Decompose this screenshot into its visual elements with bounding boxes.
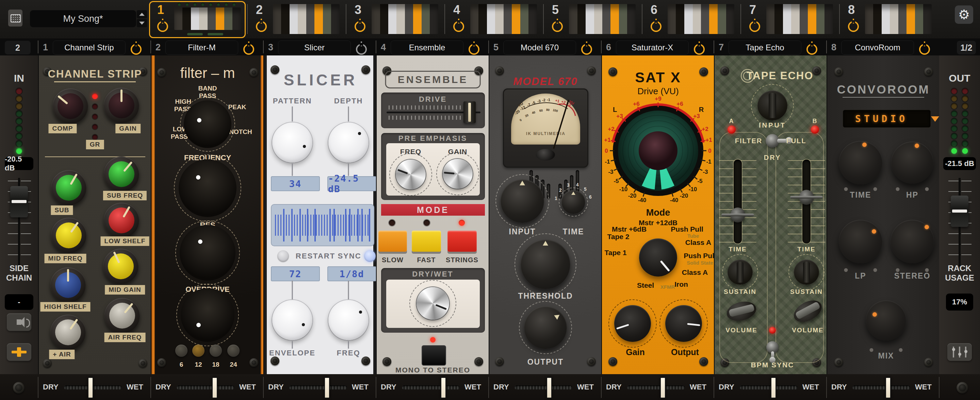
- preset-slot-7[interactable]: 7: [745, 0, 844, 38]
- high-shelf-knob[interactable]: [50, 267, 86, 303]
- depth-knob[interactable]: [328, 122, 369, 163]
- mid-freq-knob[interactable]: [51, 218, 86, 253]
- sat-gain-knob[interactable]: [614, 305, 651, 342]
- song-title-field[interactable]: My Song*: [30, 10, 136, 27]
- preset-slot-1[interactable]: 1: [153, 0, 252, 38]
- mix-slider-track[interactable]: [514, 386, 572, 389]
- module-name-button-saturator-x[interactable]: Saturator-X: [616, 41, 688, 54]
- power-icon[interactable]: [256, 21, 267, 32]
- slope-12-button[interactable]: [192, 344, 205, 357]
- preset-slot-5[interactable]: 5: [548, 0, 646, 38]
- settings-button[interactable]: ⚙: [955, 5, 973, 24]
- module-name-button-channel-strip[interactable]: Channel Strip: [53, 41, 125, 54]
- song-next-button[interactable]: [137, 19, 147, 27]
- mix-slider-track[interactable]: [289, 386, 347, 389]
- module-power-button[interactable]: [469, 44, 479, 55]
- freq-knob[interactable]: [328, 300, 369, 340]
- low-shelf-knob[interactable]: [104, 203, 139, 238]
- power-icon[interactable]: [749, 21, 760, 32]
- comp-knob[interactable]: [53, 89, 88, 124]
- rack-thumbnail[interactable]: [372, 4, 438, 34]
- time-b-slider-handle[interactable]: [799, 190, 814, 205]
- drive-slider-handle[interactable]: [463, 102, 476, 123]
- module-name-button-convoroom[interactable]: ConvoRoom: [842, 41, 914, 54]
- power-icon[interactable]: [651, 21, 662, 32]
- rack-page-button[interactable]: 1/2: [957, 41, 976, 54]
- res-knob[interactable]: [189, 234, 226, 271]
- mid-gain-knob[interactable]: [103, 249, 138, 284]
- saturation-mode-knob[interactable]: [639, 238, 677, 276]
- module-name-button-filter-m[interactable]: Filter-M: [166, 41, 238, 54]
- slope-24-button[interactable]: [227, 344, 240, 357]
- output-fader-handle[interactable]: [951, 195, 969, 227]
- sustain-a-knob[interactable]: [727, 260, 753, 285]
- rack-thumbnail[interactable]: [174, 8, 241, 30]
- time-knob[interactable]: [562, 190, 585, 214]
- slow-button[interactable]: [379, 231, 407, 252]
- overdrive-knob[interactable]: [190, 297, 225, 333]
- module-name-button-ensemble[interactable]: Ensemble: [391, 41, 463, 54]
- mix-slider-track[interactable]: [627, 386, 685, 389]
- tape-input-knob[interactable]: [757, 90, 788, 121]
- mix-slider-handle[interactable]: [546, 377, 552, 398]
- preset-slot-8[interactable]: 8: [844, 0, 943, 38]
- pattern-knob[interactable]: [272, 122, 312, 163]
- monitor-button[interactable]: [7, 313, 31, 331]
- envelope-knob[interactable]: [272, 300, 312, 340]
- mix-slider-track[interactable]: [740, 386, 798, 389]
- power-icon[interactable]: [552, 21, 563, 32]
- power-icon[interactable]: [355, 21, 366, 32]
- module-power-button[interactable]: [919, 44, 930, 55]
- cr-lp-knob[interactable]: [839, 220, 882, 263]
- rack-thumbnail[interactable]: [273, 4, 340, 34]
- preset-slot-2[interactable]: 2: [252, 0, 350, 38]
- song-prev-button[interactable]: [137, 10, 147, 18]
- output-knob[interactable]: [524, 306, 567, 349]
- preset-slot-4[interactable]: 4: [449, 0, 548, 38]
- filter-mode-knob[interactable]: [192, 108, 223, 140]
- mix-slider-track[interactable]: [177, 386, 234, 389]
- mix-slider-handle[interactable]: [885, 377, 891, 398]
- rack-thumbnail[interactable]: [668, 4, 734, 34]
- power-icon[interactable]: [848, 21, 859, 32]
- ensemble-dry-wet-knob[interactable]: [417, 287, 449, 320]
- sustain-b-knob[interactable]: [794, 260, 819, 285]
- restart-button[interactable]: [277, 250, 289, 262]
- threshold-knob[interactable]: [520, 240, 570, 289]
- time-a-slider-track[interactable]: [733, 160, 742, 244]
- mix-slider-handle[interactable]: [441, 377, 446, 398]
- rack-thumbnail[interactable]: [569, 4, 636, 34]
- slope-18-button[interactable]: [210, 344, 222, 357]
- cr-time-knob[interactable]: [839, 141, 882, 184]
- strings-button[interactable]: [447, 231, 477, 252]
- module-power-button[interactable]: [694, 44, 705, 55]
- input-fader-handle[interactable]: [10, 186, 28, 217]
- mix-slider-track[interactable]: [64, 386, 122, 389]
- module-power-button[interactable]: [356, 44, 367, 55]
- mixer-view-button[interactable]: [947, 343, 972, 361]
- cr-mix-knob[interactable]: [866, 300, 906, 340]
- input-knob[interactable]: [501, 179, 544, 223]
- bpm-sync-toggle[interactable]: [766, 341, 778, 353]
- sub-freq-knob[interactable]: [104, 156, 139, 192]
- mix-slider-handle[interactable]: [324, 377, 330, 398]
- module-name-button-slicer[interactable]: Slicer: [278, 41, 350, 54]
- mix-slider-handle[interactable]: [660, 377, 666, 398]
- sat-output-knob[interactable]: [665, 305, 702, 342]
- pre-emphasis-gain-knob[interactable]: [443, 159, 473, 189]
- mix-slider-handle[interactable]: [88, 377, 93, 398]
- rack-thumbnail[interactable]: [766, 4, 833, 34]
- pre-emphasis-freq-knob[interactable]: [396, 160, 426, 189]
- mix-slider-handle[interactable]: [771, 377, 776, 398]
- module-name-button-tape-echo[interactable]: Tape Echo: [729, 41, 801, 54]
- slope-6-button[interactable]: [175, 344, 188, 357]
- cr-hp-knob[interactable]: [891, 141, 933, 184]
- rack-thumbnail[interactable]: [865, 4, 932, 34]
- power-icon[interactable]: [157, 21, 168, 32]
- mono-to-stereo-button[interactable]: [422, 345, 446, 366]
- mix-slider-track[interactable]: [402, 386, 460, 389]
- rack-thumbnail[interactable]: [470, 4, 537, 34]
- chain-page-button[interactable]: 2: [5, 41, 30, 54]
- module-power-button[interactable]: [581, 44, 592, 55]
- mix-slider-track[interactable]: [853, 386, 910, 389]
